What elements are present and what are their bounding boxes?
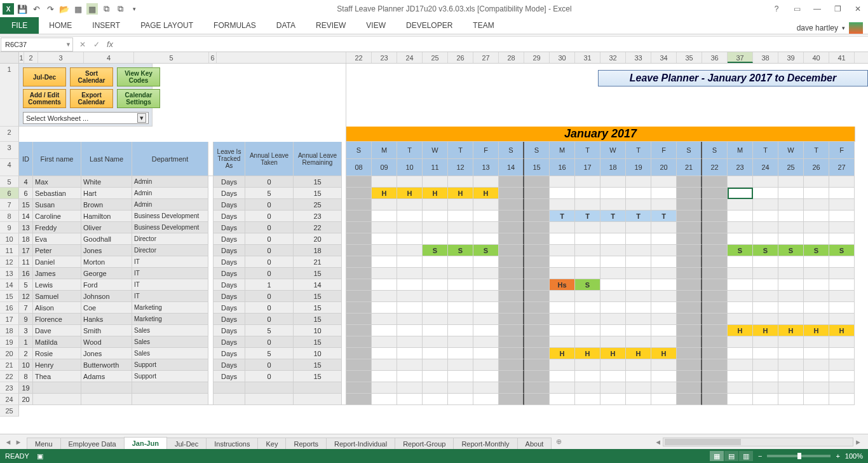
calendar-cell[interactable] (499, 314, 524, 325)
calendar-cell[interactable] (524, 348, 550, 359)
cell-taken[interactable]: 0 (245, 256, 294, 268)
calendar-cell[interactable] (778, 256, 804, 268)
calendar-cell[interactable] (499, 268, 524, 279)
calendar-cell[interactable] (397, 199, 423, 211)
calendar-cell[interactable] (346, 394, 372, 405)
cell-id[interactable]: 20 (19, 394, 33, 405)
row-header[interactable]: 16 (0, 302, 19, 314)
calendar-cell[interactable] (753, 233, 778, 245)
calendar-cell[interactable] (499, 279, 524, 291)
calendar-cell[interactable] (372, 359, 397, 371)
calendar-cell[interactable] (372, 371, 397, 382)
cell-last[interactable]: Goodhall (81, 233, 132, 245)
cell-last[interactable]: Smith (81, 325, 132, 336)
cell-tracked[interactable]: Days (214, 291, 245, 302)
calendar-cell[interactable] (651, 245, 677, 256)
row-header[interactable]: 10 (0, 233, 19, 245)
calendar-cell[interactable] (753, 314, 778, 325)
cell-last[interactable]: Hamilton (81, 211, 132, 222)
calendar-cell[interactable]: H (600, 348, 626, 359)
calendar-cell[interactable] (728, 222, 753, 233)
calendar-cell[interactable] (626, 302, 651, 314)
calendar-cell[interactable] (550, 382, 575, 394)
avatar[interactable] (849, 22, 863, 34)
ribbon-tab-review[interactable]: REVIEW (306, 17, 356, 34)
calendar-cell[interactable] (804, 233, 829, 245)
calendar-cell[interactable] (423, 222, 448, 233)
cell-id[interactable]: 11 (19, 256, 33, 268)
row-header[interactable]: 14 (0, 279, 19, 291)
calendar-cell[interactable] (702, 279, 728, 291)
calendar-cell[interactable] (575, 325, 600, 336)
calendar-cell[interactable] (575, 256, 600, 268)
calendar-cell[interactable]: H (651, 348, 677, 359)
calendar-cell[interactable] (829, 302, 855, 314)
macro-button-b6[interactable]: Calendar Settings (117, 89, 160, 108)
calendar-cell[interactable] (575, 233, 600, 245)
row-header[interactable]: 1 (0, 64, 19, 127)
cell-taken[interactable]: 0 (245, 336, 294, 348)
cell-taken[interactable] (245, 394, 294, 405)
calendar-cell[interactable] (346, 359, 372, 371)
calendar-cell[interactable] (753, 211, 778, 222)
calendar-cell[interactable]: T (600, 211, 626, 222)
calendar-cell[interactable] (702, 245, 728, 256)
calendar-cell[interactable] (372, 176, 397, 188)
calendar-cell[interactable]: H (372, 188, 397, 199)
page-layout-view-icon[interactable]: ▤ (724, 451, 738, 461)
calendar-cell[interactable] (651, 188, 677, 199)
row-header[interactable]: 12 (0, 256, 19, 268)
calendar-cell[interactable] (423, 359, 448, 371)
calendar-cell[interactable] (829, 394, 855, 405)
calendar-cell[interactable] (423, 256, 448, 268)
calendar-cell[interactable] (626, 176, 651, 188)
cell-dept[interactable]: Marketing (132, 302, 208, 314)
calendar-cell[interactable] (499, 233, 524, 245)
calendar-cell[interactable] (550, 314, 575, 325)
calendar-cell[interactable] (651, 279, 677, 291)
calendar-cell[interactable]: S (728, 245, 753, 256)
calendar-cell[interactable] (575, 336, 600, 348)
calendar-cell[interactable] (550, 256, 575, 268)
calendar-cell[interactable] (499, 256, 524, 268)
cell-remain[interactable]: 15 (294, 176, 342, 188)
redo-icon[interactable]: ↷ (44, 3, 56, 15)
calendar-cell[interactable] (448, 291, 473, 302)
cell-dept[interactable]: Admin (132, 199, 208, 211)
row-header[interactable]: 5 (0, 176, 19, 188)
calendar-cell[interactable] (423, 336, 448, 348)
calendar-cell[interactable] (728, 176, 753, 188)
calendar-cell[interactable]: S (575, 279, 600, 291)
calendar-cell[interactable] (829, 233, 855, 245)
calendar-cell[interactable] (677, 359, 702, 371)
hscroll-right-icon[interactable]: ► (855, 438, 862, 446)
calendar-cell[interactable] (651, 336, 677, 348)
calendar-cell[interactable]: H (448, 188, 473, 199)
cell-tracked[interactable]: Days (214, 176, 245, 188)
calendar-cell[interactable] (778, 302, 804, 314)
calendar-cell[interactable]: H (778, 325, 804, 336)
cell-taken[interactable]: 0 (245, 222, 294, 233)
calendar-cell[interactable] (397, 348, 423, 359)
calendar-cell[interactable] (702, 348, 728, 359)
fx-icon[interactable]: fx (104, 39, 116, 49)
calendar-cell[interactable] (804, 348, 829, 359)
calendar-cell[interactable] (397, 211, 423, 222)
user-name[interactable]: dave hartley (797, 24, 838, 32)
col-header[interactable]: 40 (804, 52, 829, 63)
calendar-cell[interactable] (372, 279, 397, 291)
calendar-cell[interactable] (626, 371, 651, 382)
calendar-cell[interactable] (397, 256, 423, 268)
calendar-cell[interactable] (448, 382, 473, 394)
calendar-cell[interactable] (575, 199, 600, 211)
calendar-cell[interactable] (524, 188, 550, 199)
col-header[interactable]: 36 (702, 52, 728, 63)
calendar-cell[interactable] (372, 302, 397, 314)
macro-button-b3[interactable]: View Key Codes (117, 67, 160, 86)
calendar-cell[interactable] (397, 394, 423, 405)
calendar-cell[interactable] (753, 394, 778, 405)
calendar-cell[interactable] (728, 314, 753, 325)
calendar-cell[interactable] (728, 211, 753, 222)
calendar-cell[interactable] (600, 233, 626, 245)
cell-taken[interactable]: 0 (245, 199, 294, 211)
